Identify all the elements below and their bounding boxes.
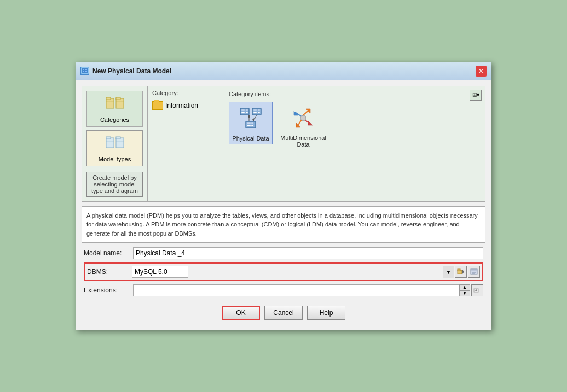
svg-rect-30: [247, 125, 251, 126]
model-name-label: Model name:: [84, 249, 133, 257]
button-bar: OK Cancel Help: [82, 300, 485, 324]
folder-icon: [152, 101, 163, 110]
svg-rect-29: [251, 122, 253, 124]
extensions-label: Extensions:: [84, 286, 133, 294]
categories-label: Categories: [100, 116, 129, 123]
top-section: Categories Model types: [82, 86, 485, 202]
svg-rect-11: [106, 138, 114, 148]
physical-data-label: Physical Data: [232, 135, 269, 142]
svg-rect-12: [106, 137, 111, 139]
svg-rect-21: [246, 112, 248, 113]
extensions-up-button[interactable]: ▲: [459, 284, 470, 290]
svg-point-44: [300, 115, 306, 121]
svg-rect-18: [241, 109, 245, 111]
svg-line-43: [305, 120, 310, 124]
svg-marker-35: [252, 118, 254, 121]
title-bar: New Physical Data Model ✕: [76, 62, 491, 80]
svg-rect-51: [472, 273, 475, 274]
svg-rect-25: [253, 112, 257, 113]
items-grid: Physical Data: [229, 102, 481, 150]
multidimensional-label: MultiDimensionalData: [280, 134, 326, 148]
svg-rect-14: [116, 137, 120, 139]
svg-rect-31: [251, 125, 253, 126]
description-text: A physical data model (PDM) helps you to…: [86, 212, 478, 237]
right-panel: ⊞▾ Category items:: [224, 86, 485, 201]
categories-nav-btn[interactable]: Categories: [86, 91, 143, 127]
svg-rect-23: [253, 109, 257, 111]
dbms-select-wrapper: MySQL 5.0 Oracle 12c SQL Server 2019 Pos…: [132, 266, 454, 278]
dropdown-arrow-icon: ▼: [443, 266, 454, 278]
model-types-label: Model types: [99, 156, 131, 162]
hint-button[interactable]: Create model by selecting model type and…: [86, 172, 143, 197]
svg-line-39: [297, 120, 302, 126]
svg-rect-19: [246, 109, 248, 111]
category-label: Category:: [150, 89, 222, 97]
dbms-browse-button[interactable]: [455, 266, 467, 278]
description-section: A physical data model (PDM) helps you to…: [82, 206, 485, 243]
dbms-label: DBMS:: [87, 268, 132, 276]
cancel-button[interactable]: Cancel: [264, 306, 303, 320]
model-types-nav-btn[interactable]: Model types: [86, 130, 143, 166]
svg-marker-34: [248, 115, 250, 118]
multidimensional-data-item[interactable]: MultiDimensionalData: [281, 102, 325, 150]
dialog-title: New Physical Data Model: [92, 67, 171, 75]
model-name-row: Model name:: [84, 247, 483, 259]
form-section: Model name: DBMS: MySQL 5.0 Oracle 12c S…: [82, 247, 485, 296]
extensions-row: Extensions: ▲ ▼: [84, 284, 483, 296]
ok-button[interactable]: OK: [222, 306, 260, 320]
dialog-icon: [80, 67, 89, 75]
svg-rect-3: [83, 71, 84, 72]
svg-rect-1: [83, 69, 84, 70]
svg-rect-50: [472, 272, 476, 273]
dbms-config-button[interactable]: [468, 266, 480, 278]
physical-data-item[interactable]: Physical Data: [229, 102, 273, 144]
svg-rect-6: [106, 97, 111, 100]
svg-rect-46: [458, 269, 460, 271]
middle-panel: Category: Information: [148, 86, 224, 201]
svg-rect-0: [82, 68, 88, 73]
svg-rect-5: [106, 98, 114, 108]
extensions-arrows: ▲ ▼: [459, 284, 470, 296]
svg-rect-26: [258, 112, 260, 113]
svg-rect-13: [116, 138, 124, 148]
svg-rect-7: [116, 98, 124, 108]
svg-rect-20: [241, 112, 245, 113]
extensions-down-button[interactable]: ▼: [459, 290, 470, 296]
category-items-label: Category items:: [229, 91, 481, 97]
extensions-input[interactable]: [133, 284, 459, 296]
svg-rect-4: [85, 71, 87, 72]
physical-data-icon: [236, 104, 265, 133]
dbms-select[interactable]: MySQL 5.0 Oracle 12c SQL Server 2019 Pos…: [132, 266, 188, 278]
left-panel: Categories Model types: [82, 86, 148, 201]
category-item-label: Information: [165, 102, 198, 109]
help-button[interactable]: Help: [307, 306, 345, 320]
category-item-information[interactable]: Information: [150, 100, 222, 112]
dialog-body: Categories Model types: [76, 80, 491, 330]
new-physical-data-model-dialog: New Physical Data Model ✕: [76, 62, 491, 331]
model-name-input[interactable]: [133, 247, 483, 259]
model-types-icon: [104, 134, 126, 154]
svg-marker-47: [462, 270, 464, 274]
svg-rect-28: [247, 122, 251, 124]
multidimensional-icon: [289, 104, 317, 132]
dbms-row: DBMS: MySQL 5.0 Oracle 12c SQL Server 20…: [84, 262, 483, 281]
title-bar-left: New Physical Data Model: [80, 67, 171, 75]
svg-rect-24: [258, 109, 260, 111]
svg-rect-2: [85, 69, 87, 70]
categories-icon: [104, 95, 126, 114]
svg-rect-8: [116, 97, 120, 100]
